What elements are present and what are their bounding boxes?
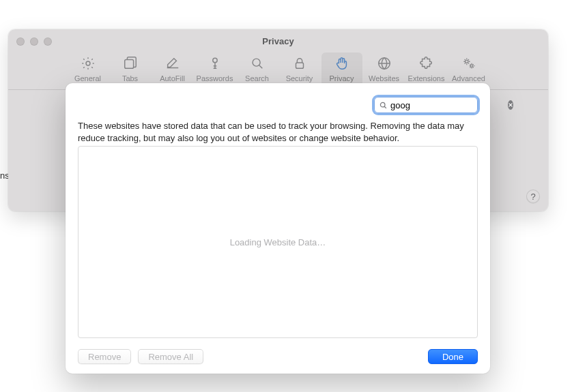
sheet-description: These websites have stored data that can…: [78, 120, 478, 144]
window-title: Privacy: [8, 36, 548, 46]
tab-label: Search: [245, 74, 269, 82]
tab-label: General: [74, 74, 101, 82]
tab-label: Tabs: [122, 74, 138, 82]
search-icon: [379, 101, 388, 110]
tab-label: Extensions: [408, 74, 445, 82]
globe-icon: [377, 55, 392, 72]
sheet-button-row: Remove Remove All Done: [78, 349, 478, 364]
tab-label: Websites: [369, 74, 399, 82]
tabs-icon: [123, 55, 138, 72]
done-button[interactable]: Done: [428, 349, 478, 364]
tab-label: AutoFill: [160, 74, 185, 82]
svg-rect-4: [296, 63, 303, 68]
loading-text: Loading Website Data…: [230, 237, 326, 247]
search-field-wrapper: [374, 97, 478, 113]
svg-rect-1: [124, 60, 133, 69]
svg-point-3: [253, 59, 260, 66]
puzzle-icon: [419, 55, 434, 72]
remove-button[interactable]: Remove: [78, 349, 131, 364]
tab-label: Passwords: [197, 74, 233, 82]
gear-icon: [81, 55, 96, 72]
lock-icon: [292, 55, 307, 72]
search-input[interactable]: [388, 100, 508, 110]
tab-label: Security: [286, 74, 313, 82]
svg-point-7: [470, 65, 472, 67]
hand-icon: [334, 55, 349, 72]
magnifier-icon: [250, 55, 265, 72]
website-data-list[interactable]: Loading Website Data…: [78, 146, 478, 338]
help-button[interactable]: ?: [526, 190, 540, 203]
tab-label: Advanced: [452, 74, 485, 82]
remove-all-button[interactable]: Remove All: [138, 349, 203, 364]
gears-icon: [461, 55, 476, 72]
svg-point-2: [212, 58, 216, 62]
svg-point-0: [86, 61, 90, 65]
key-icon: [207, 55, 223, 72]
clear-search-button[interactable]: [508, 100, 513, 110]
pencil-icon: [165, 55, 180, 72]
svg-point-8: [380, 102, 385, 107]
tab-label: Privacy: [329, 74, 354, 82]
svg-point-6: [465, 60, 468, 63]
website-data-sheet: These websites have stored data that can…: [66, 83, 490, 374]
